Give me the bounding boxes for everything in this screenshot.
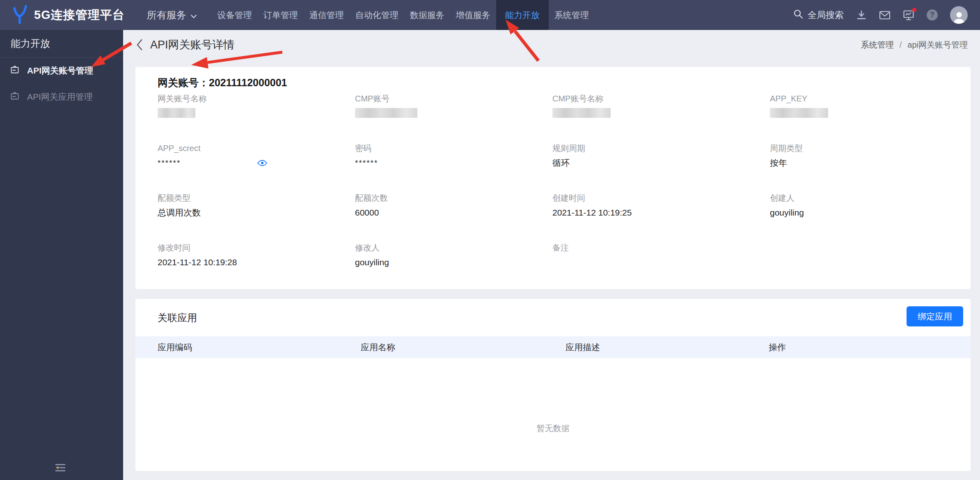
bind-app-button[interactable]: 绑定应用 [907,306,963,326]
message-icon[interactable] [879,10,891,20]
field-cycle-type: 周期类型 按年 [770,143,962,193]
column-app-name: 应用名称 [361,342,566,353]
detail-fields-grid: 网关账号名称 CMP账号 CMP账号名称 APP_KEY APP_screct … [158,93,962,292]
field-modifier: 修改人 gouyiling [355,242,552,292]
brand-icon [11,5,29,25]
sidebar-item-api-gateway-app[interactable]: API网关应用管理 [0,84,123,110]
sidebar-item-label: API网关账号管理 [27,65,93,76]
column-actions: 操作 [769,342,971,353]
app-root: 5G连接管理平台 所有服务 设备管理 订单管理 通信管理 自动化管理 数据服务 … [0,0,980,480]
nav-system-management[interactable]: 系统管理 [549,0,595,30]
global-search-label: 全局搜索 [808,9,844,21]
column-app-code: 应用编码 [158,342,361,353]
field-quota-count: 配额次数 60000 [355,193,552,242]
nav-communication-management[interactable]: 通信管理 [304,0,350,30]
gateway-detail-card: 网关账号：20211112000001 网关账号名称 CMP账号 CMP账号名称… [135,67,971,289]
redacted-value [355,108,417,118]
column-app-description: 应用描述 [566,342,769,353]
redacted-value [552,108,611,118]
download-icon[interactable] [856,10,867,21]
field-creator: 创建人 gouyiling [770,193,962,242]
field-app-secret: APP_screct ****** [158,143,355,193]
related-apps-table-header: 应用编码 应用名称 应用描述 操作 [135,336,971,358]
sidebar-item-label: API网关应用管理 [27,91,93,103]
field-app-key: APP_KEY [770,93,962,143]
breadcrumb-parent[interactable]: 系统管理 [861,39,894,51]
related-apps-card: 关联应用 绑定应用 应用编码 应用名称 应用描述 操作 暂无数据 [135,299,971,471]
back-button[interactable] [135,38,144,51]
sidebar-collapse-icon[interactable] [53,461,68,476]
sidebar: 能力开放 API网关账号管理 API网关应用管理 [0,30,123,480]
field-cmp-account-name: CMP账号名称 [552,93,770,143]
monitor-icon[interactable] [903,9,914,21]
breadcrumb: 系统管理 / api网关账号管理 [861,39,968,51]
redacted-value [770,108,828,118]
platform-title: 5G连接管理平台 [34,7,125,23]
nav-order-management[interactable]: 订单管理 [258,0,304,30]
field-password: 密码 ****** [355,143,552,193]
redacted-value [158,108,195,118]
notification-dot [912,8,916,12]
page-title: API网关账号详情 [150,37,235,52]
field-create-time: 创建时间 2021-11-12 10:19:25 [552,193,770,242]
nav-value-added-services[interactable]: 增值服务 [450,0,496,30]
nav-capability-opening[interactable]: 能力开放 [496,0,549,30]
related-apps-title: 关联应用 [158,311,197,324]
breadcrumb-separator: / [900,40,902,50]
field-cmp-account: CMP账号 [355,93,552,143]
sidebar-title: 能力开放 [0,30,123,57]
search-icon [793,9,804,22]
nav-automation-management[interactable]: 自动化管理 [350,0,404,30]
user-avatar[interactable] [950,6,968,24]
empty-state-text: 暂无数据 [135,423,971,434]
show-secret-eye-icon[interactable] [257,159,268,167]
global-search[interactable]: 全局搜索 [793,9,844,22]
clipboard-icon [10,91,20,103]
field-modify-time: 修改时间 2021-11-12 10:19:28 [158,242,355,292]
breadcrumb-current: api网关账号管理 [907,39,968,51]
nav-device-management[interactable]: 设备管理 [212,0,258,30]
help-icon[interactable]: ? [927,9,938,21]
field-gateway-account-name: 网关账号名称 [158,93,355,143]
page-header: API网关账号详情 系统管理 / api网关账号管理 [123,30,980,60]
field-rule-cycle: 规则周期 循环 [552,143,770,193]
clipboard-icon [10,65,20,77]
top-navigation-bar: 5G连接管理平台 所有服务 设备管理 订单管理 通信管理 自动化管理 数据服务 … [0,0,980,30]
chevron-down-icon [190,9,197,21]
gateway-account-title: 网关账号：20211112000001 [158,76,287,90]
sidebar-item-api-gateway-account[interactable]: API网关账号管理 [0,57,123,84]
logo[interactable]: 5G连接管理平台 [0,5,125,25]
nav-data-services[interactable]: 数据服务 [404,0,450,30]
topbar-actions: 全局搜索 [793,6,980,24]
field-quota-type: 配额类型 总调用次数 [158,193,355,242]
field-remark: 备注 [552,242,770,292]
primary-nav: 所有服务 设备管理 订单管理 通信管理 自动化管理 数据服务 增值服务 能力开放… [141,0,595,30]
nav-all-services[interactable]: 所有服务 [141,0,203,30]
